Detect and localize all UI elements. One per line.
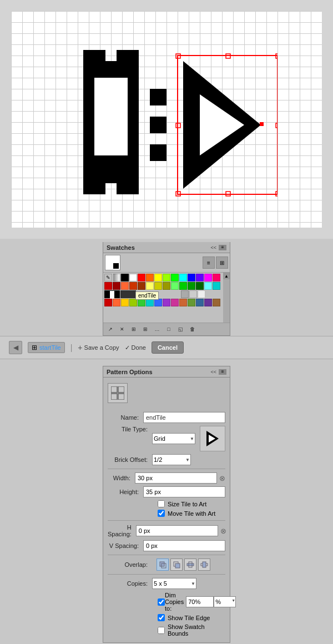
tool-new[interactable]: ⊞: [140, 324, 150, 334]
size-tile-checkbox[interactable]: [158, 500, 165, 507]
swatch-magenta[interactable]: [204, 274, 212, 281]
divider-4: [108, 574, 225, 575]
name-input[interactable]: [143, 412, 225, 423]
swatch-blue[interactable]: [188, 274, 195, 281]
swatch-r13[interactable]: [204, 282, 212, 290]
toolbar-done-btn[interactable]: ✓ Done: [125, 344, 146, 351]
swatch-r3[interactable]: [121, 282, 129, 290]
swatch-d11[interactable]: [188, 299, 195, 306]
swatch-yellow[interactable]: [154, 274, 162, 281]
swatches-panel-controls: << ≡: [210, 245, 226, 250]
swatch-d6[interactable]: [146, 299, 154, 306]
swatch-r9[interactable]: [171, 282, 179, 290]
svg-rect-23: [111, 394, 117, 400]
move-tile-checkbox[interactable]: [158, 510, 165, 517]
swatch-orange[interactable]: [146, 274, 154, 281]
pattern-preview-btn[interactable]: [108, 383, 128, 403]
swatch-white[interactable]: [129, 274, 137, 281]
swatch-violet[interactable]: [196, 274, 204, 281]
tool-show-options[interactable]: ✕: [117, 324, 127, 334]
overlap-btn-1[interactable]: [157, 559, 169, 571]
h-spacing-link-icon: ⊗: [220, 527, 226, 535]
swatch-d1[interactable]: [104, 299, 112, 306]
swatches-row-4: [104, 299, 229, 306]
swatch-lgreen[interactable]: [163, 274, 170, 281]
dim-copies-row: Dim Copies to: % ▼: [158, 592, 225, 612]
scroll-up-arrow[interactable]: ▲: [223, 273, 230, 279]
tool-pattern[interactable]: ⊞: [129, 324, 139, 334]
swatch-red[interactable]: [138, 274, 145, 281]
swatch-black[interactable]: [121, 274, 129, 281]
toolbar-back-btn[interactable]: ◀: [9, 341, 22, 354]
swatch-d10[interactable]: [179, 299, 187, 306]
overlap-btn-3[interactable]: [184, 559, 196, 571]
copies-select[interactable]: 5 x 5 3 x 3 1 x 1 7 x 7: [152, 578, 196, 589]
swatch-d12[interactable]: [196, 299, 204, 306]
canvas-area: [0, 0, 333, 239]
dim-copies-select[interactable]: %: [214, 596, 236, 607]
swatch-r5[interactable]: [138, 282, 145, 290]
swatch-d5[interactable]: [138, 299, 145, 306]
show-tile-edge-checkbox[interactable]: [158, 614, 165, 621]
swatches-list-view-btn[interactable]: ≡: [203, 256, 215, 269]
tool-new-color-group[interactable]: □: [164, 324, 174, 334]
swatch-r1[interactable]: [104, 282, 112, 290]
h-spacing-row: H Spacing: ⊗: [108, 524, 225, 537]
pattern-options-menu-btn[interactable]: ≡: [219, 369, 226, 375]
swatch-pencil-icon[interactable]: ✎: [104, 274, 112, 281]
swatch-pink[interactable]: [213, 274, 220, 281]
swatch-p1[interactable]: [104, 290, 120, 298]
swatch-green[interactable]: [171, 274, 179, 281]
swatch-p3[interactable]: [181, 290, 189, 298]
swatch-d14[interactable]: [213, 299, 220, 306]
swatch-r8[interactable]: [163, 282, 170, 290]
tool-swatch-libs[interactable]: …: [152, 324, 162, 334]
show-tile-edge-row: Show Tile Edge: [158, 614, 225, 621]
swatch-d13[interactable]: [204, 299, 212, 306]
tool-edit[interactable]: ◱: [175, 324, 185, 334]
swatch-gradient-icon[interactable]: [113, 274, 120, 281]
width-input[interactable]: [135, 472, 217, 484]
dim-copies-checkbox[interactable]: [158, 598, 165, 606]
brick-offset-select[interactable]: 1/2 1/3 1/4: [152, 454, 191, 465]
swatch-d2[interactable]: [113, 299, 120, 306]
swatch-cyan[interactable]: [179, 274, 187, 281]
swatch-d4[interactable]: [129, 299, 137, 306]
swatches-grid-view-btn[interactable]: ⊞: [216, 256, 228, 269]
svg-rect-20: [260, 122, 264, 126]
swatch-d8[interactable]: [163, 299, 170, 306]
swatch-p4[interactable]: [189, 290, 197, 298]
tool-delete[interactable]: 🗑: [187, 324, 197, 334]
tool-new-group[interactable]: ↗: [105, 324, 115, 334]
swatch-r4[interactable]: [129, 282, 137, 290]
pattern-options-collapse-btn[interactable]: <<: [210, 369, 216, 375]
swatch-r12[interactable]: [196, 282, 204, 290]
swatch-d7[interactable]: [154, 299, 162, 306]
swatch-p5[interactable]: [198, 290, 205, 298]
swatch-r6[interactable]: [146, 282, 154, 290]
swatches-collapse-btn[interactable]: <<: [210, 245, 216, 250]
swatch-r14[interactable]: [213, 282, 220, 290]
swatch-r7[interactable]: [154, 282, 162, 290]
swatch-p2[interactable]: [120, 290, 136, 298]
copies-select-wrapper: 5 x 5 3 x 3 1 x 1 7 x 7 ▼: [152, 578, 196, 589]
swatch-r11[interactable]: [188, 282, 195, 290]
swatch-d3[interactable]: [121, 299, 129, 306]
toolbar-cancel-btn[interactable]: Cancel: [152, 341, 184, 354]
height-input[interactable]: [143, 486, 225, 497]
show-swatch-bounds-checkbox[interactable]: [158, 627, 165, 634]
swatch-r2[interactable]: [113, 282, 120, 290]
overlap-btn-4[interactable]: [198, 559, 210, 571]
swatches-scrollbar[interactable]: ▲: [223, 273, 230, 323]
v-spacing-input[interactable]: [143, 540, 225, 551]
overlap-btn-2[interactable]: [170, 559, 183, 571]
tile-type-select[interactable]: Grid Brick by Row Brick by Column Hex by…: [152, 433, 195, 444]
h-spacing-input[interactable]: [136, 525, 218, 536]
swatch-d9[interactable]: [171, 299, 179, 306]
swatches-menu-btn[interactable]: ≡: [219, 245, 226, 250]
overlap-icon-2: [173, 561, 180, 568]
dim-copies-input[interactable]: [186, 596, 214, 607]
swatch-r10[interactable]: [179, 282, 187, 290]
swatch-preview[interactable]: [105, 255, 120, 270]
toolbar-save-copy-btn[interactable]: + Save a Copy: [78, 343, 119, 352]
